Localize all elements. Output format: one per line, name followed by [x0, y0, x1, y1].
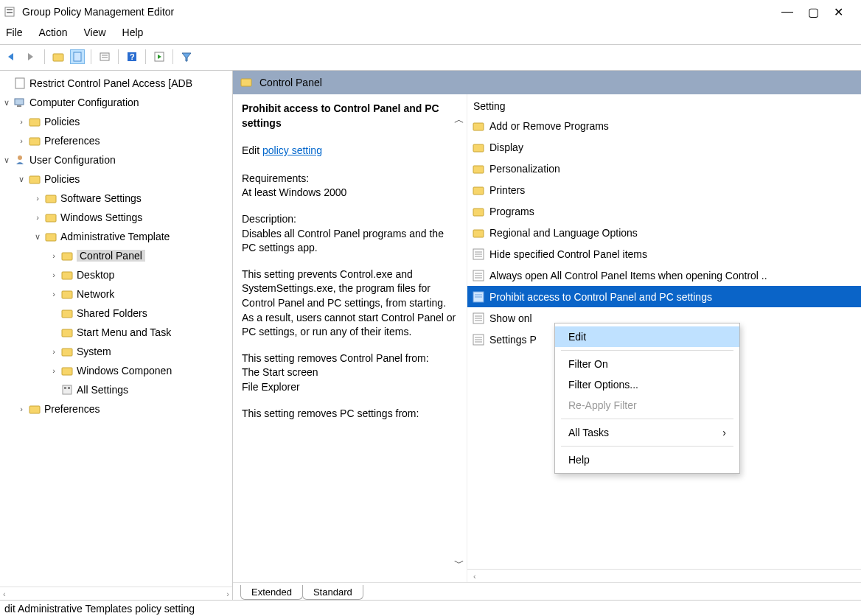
folder-icon: [60, 326, 74, 339]
tree-desktop[interactable]: › Desktop: [0, 265, 232, 284]
minimize-button[interactable]: —: [781, 5, 793, 19]
folder-icon: [60, 287, 74, 301]
svg-rect-31: [29, 406, 40, 413]
detail-column: Prohibit access to Control Panel and PC …: [233, 94, 467, 582]
filter-icon[interactable]: [179, 49, 194, 64]
tree-horizontal-scrollbar[interactable]: ‹›: [0, 587, 232, 600]
context-all-tasks[interactable]: All Tasks›: [555, 422, 739, 443]
tree-comp-prefs[interactable]: › Preferences: [0, 131, 232, 150]
tree-user-config[interactable]: ∨ User Configuration: [0, 150, 232, 169]
toolbar-help-icon[interactable]: ?: [125, 49, 139, 64]
list-item[interactable]: Printers: [467, 179, 861, 200]
scroll-up-icon[interactable]: ︿: [454, 113, 464, 127]
list-horizontal-scrollbar[interactable]: ‹: [467, 569, 861, 582]
tree-shared-folders[interactable]: Shared Folders: [0, 304, 232, 323]
tree-control-panel[interactable]: › Control Panel: [0, 246, 232, 265]
tree-all-settings[interactable]: All Settings: [0, 380, 232, 399]
tree-win-components[interactable]: › Windows Componen: [0, 361, 232, 380]
folder-icon: [240, 77, 252, 89]
folder-icon: [28, 115, 41, 128]
scroll-left-icon[interactable]: ‹: [3, 589, 6, 598]
folder-icon: [472, 183, 485, 197]
toolbar-properties-icon[interactable]: [70, 49, 85, 64]
tree-user-policies[interactable]: ∨ Policies: [0, 169, 232, 189]
folder-icon: [44, 192, 57, 205]
svg-rect-5: [100, 53, 109, 60]
svg-rect-38: [473, 230, 484, 237]
menu-file[interactable]: File: [6, 27, 23, 38]
tree-system[interactable]: › System: [0, 342, 232, 361]
svg-rect-23: [62, 291, 72, 298]
forward-button[interactable]: [24, 49, 38, 64]
context-edit[interactable]: Edit: [555, 326, 739, 347]
svg-rect-24: [62, 310, 72, 318]
list-item[interactable]: Display: [467, 136, 861, 158]
tree-admin-templates[interactable]: ∨ Administrative Template: [0, 227, 232, 246]
setting-title: Prohibit access to Control Panel and PC …: [242, 102, 458, 130]
scroll-right-icon[interactable]: ›: [226, 589, 229, 598]
context-filter-on[interactable]: Filter On: [555, 354, 739, 374]
list-item[interactable]: Always open All Control Panel Items when…: [467, 265, 861, 286]
setting-item-icon: [472, 312, 485, 325]
context-help[interactable]: Help: [555, 449, 739, 470]
menu-view[interactable]: View: [83, 27, 105, 38]
list-header[interactable]: Setting: [467, 94, 861, 115]
folder-icon: [60, 364, 74, 377]
scroll-left-icon[interactable]: ‹: [473, 572, 476, 581]
description-p1: Disables all Control Panel programs and …: [242, 228, 444, 254]
list-item[interactable]: Hide specified Control Panel items: [467, 243, 861, 265]
svg-rect-13: [17, 105, 21, 107]
folder-icon: [60, 249, 74, 262]
list-item[interactable]: Personalization: [467, 158, 861, 179]
svg-rect-30: [68, 387, 70, 389]
tree-windows-settings[interactable]: › Windows Settings: [0, 208, 232, 227]
svg-rect-1: [7, 9, 13, 10]
folder-icon: [472, 226, 485, 239]
description-p2: This setting prevents Control.exe and Sy…: [242, 267, 458, 340]
list-item[interactable]: Regional and Language Options: [467, 222, 861, 243]
svg-rect-28: [63, 385, 72, 394]
list-item[interactable]: Add or Remove Programs: [467, 115, 861, 136]
svg-rect-26: [62, 349, 72, 356]
list-item[interactable]: Programs: [467, 200, 861, 222]
svg-rect-29: [64, 387, 66, 389]
toolbar-play-icon[interactable]: [152, 49, 167, 64]
description-p3b: File Explorer: [242, 381, 300, 393]
svg-rect-22: [62, 272, 72, 279]
vertical-scrollbar[interactable]: ︿ ﹀: [453, 113, 466, 570]
user-icon: [13, 153, 27, 167]
edit-policy-link[interactable]: policy setting: [262, 144, 322, 156]
folder-icon: [60, 268, 74, 281]
tree-comp-policies[interactable]: › Policies: [0, 112, 232, 131]
scroll-down-icon[interactable]: ﹀: [454, 557, 464, 570]
tab-standard[interactable]: Standard: [302, 585, 363, 600]
list-item-selected[interactable]: Prohibit access to Control Panel and PC …: [467, 286, 861, 307]
tree-software-settings[interactable]: › Software Settings: [0, 189, 232, 208]
back-button[interactable]: [4, 49, 19, 64]
tree-network[interactable]: › Network: [0, 284, 232, 304]
context-filter-options[interactable]: Filter Options...: [555, 374, 739, 395]
tree-user-prefs[interactable]: › Preferences: [0, 399, 232, 419]
tree-start-menu[interactable]: Start Menu and Task: [0, 323, 232, 342]
view-tabs: Extended Standard: [233, 582, 861, 600]
toolbar-folder-icon[interactable]: [51, 49, 66, 64]
menu-action[interactable]: Action: [39, 27, 68, 38]
tree-root[interactable]: Restrict Control Panel Access [ADB: [0, 74, 232, 93]
maximize-button[interactable]: ▢: [808, 5, 819, 19]
status-text: dit Administrative Templates policy sett…: [4, 603, 195, 615]
tab-extended[interactable]: Extended: [240, 585, 303, 600]
settings-icon: [60, 383, 74, 396]
folder-icon: [28, 402, 41, 416]
close-button[interactable]: ✕: [834, 5, 843, 19]
content-header: Control Panel: [233, 71, 861, 94]
setting-item-icon: [472, 333, 485, 346]
svg-rect-21: [62, 253, 72, 260]
svg-rect-14: [29, 119, 40, 126]
svg-rect-34: [473, 144, 484, 152]
tree-computer-config[interactable]: ∨ Computer Configuration: [0, 93, 232, 112]
toolbar-list-icon[interactable]: [97, 49, 112, 64]
description-p3a: The Start screen: [242, 366, 318, 378]
svg-rect-37: [473, 209, 484, 216]
svg-rect-17: [29, 176, 40, 183]
menu-help[interactable]: Help: [122, 27, 144, 38]
